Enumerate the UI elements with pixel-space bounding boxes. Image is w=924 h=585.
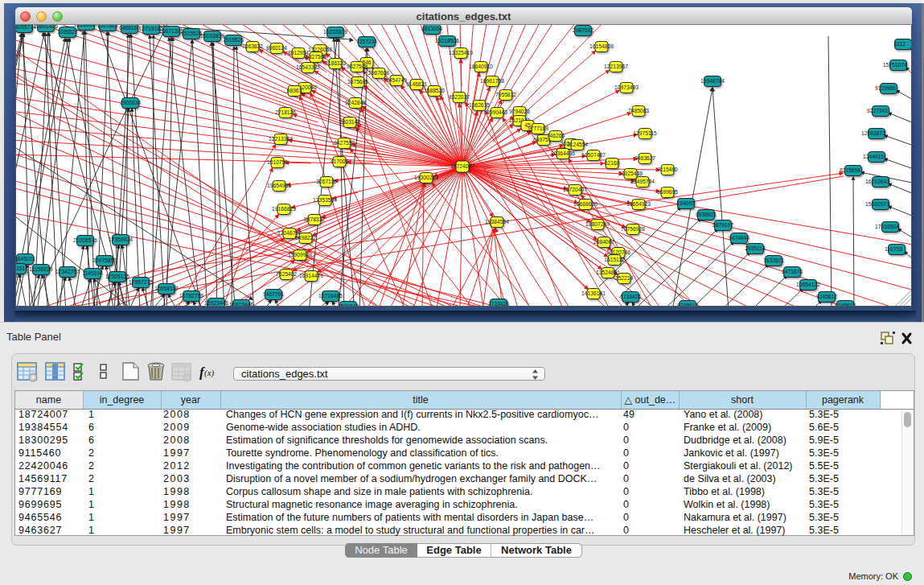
svg-text:13524851: 13524851 xyxy=(596,270,620,275)
svg-text:17359924: 17359924 xyxy=(109,237,133,242)
svg-text:13226058: 13226058 xyxy=(308,47,332,52)
svg-text:16914479: 16914479 xyxy=(299,273,323,278)
svg-text:1733426: 1733426 xyxy=(620,294,641,299)
svg-text:16923446: 16923446 xyxy=(229,302,253,307)
svg-text:2935114: 2935114 xyxy=(745,245,766,251)
svg-text:15716485: 15716485 xyxy=(318,293,343,299)
svg-text:1145194: 1145194 xyxy=(82,270,103,276)
svg-text:9463627: 9463627 xyxy=(634,155,655,161)
svg-text:18640910: 18640910 xyxy=(469,64,493,69)
svg-text:9245612: 9245612 xyxy=(816,294,837,299)
svg-text:16543382: 16543382 xyxy=(296,64,320,70)
svg-text:8471676: 8471676 xyxy=(782,269,803,274)
svg-text:1733426: 1733426 xyxy=(488,301,509,307)
svg-text:9245612: 9245612 xyxy=(835,303,856,307)
svg-text:16154808: 16154808 xyxy=(589,43,614,49)
svg-text:19166825: 19166825 xyxy=(272,206,296,212)
svg-text:11156829: 11156829 xyxy=(30,266,53,272)
svg-text:164095: 164095 xyxy=(677,200,696,206)
svg-text:8215958: 8215958 xyxy=(840,167,860,173)
svg-text:13353594: 13353594 xyxy=(313,197,337,203)
svg-text:9146821: 9146821 xyxy=(406,81,427,87)
svg-text:9327508: 9327508 xyxy=(347,64,368,69)
svg-text:3875685: 3875685 xyxy=(347,79,368,84)
svg-text:252214: 252214 xyxy=(615,275,634,281)
svg-text:1362615: 1362615 xyxy=(469,102,490,108)
svg-text:13325419: 13325419 xyxy=(449,50,473,56)
svg-text:16033809: 16033809 xyxy=(200,33,224,39)
svg-text:9242848: 9242848 xyxy=(345,100,366,105)
svg-text:7625402: 7625402 xyxy=(276,271,297,277)
svg-text:1112: 1112 xyxy=(894,41,906,47)
svg-text:9115460: 9115460 xyxy=(657,167,678,172)
svg-text:16648784: 16648784 xyxy=(700,78,725,84)
svg-text:15720407: 15720407 xyxy=(563,187,587,192)
svg-text:2905334: 2905334 xyxy=(120,100,141,105)
svg-text:7515526: 7515526 xyxy=(181,31,202,36)
svg-text:14136141: 14136141 xyxy=(581,290,606,296)
svg-text:18807249: 18807249 xyxy=(585,221,610,227)
svg-text:8845001: 8845001 xyxy=(16,256,35,262)
svg-text:16120746: 16120746 xyxy=(606,249,630,255)
svg-text:9777169: 9777169 xyxy=(528,126,548,131)
svg-text:18724007: 18724007 xyxy=(450,163,474,169)
svg-text:10507487: 10507487 xyxy=(581,152,606,158)
svg-text:20691406: 20691406 xyxy=(34,25,58,29)
svg-text:7663822: 7663822 xyxy=(242,43,263,49)
svg-text:39151: 39151 xyxy=(16,266,26,271)
svg-text:13654923: 13654923 xyxy=(626,201,651,207)
svg-text:2718126: 2718126 xyxy=(275,109,296,115)
svg-text:5498222: 5498222 xyxy=(295,235,316,241)
svg-text:9129966: 9129966 xyxy=(875,85,896,91)
svg-text:20206576: 20206576 xyxy=(73,237,97,243)
svg-text:16033809: 16033809 xyxy=(323,29,347,35)
svg-text:746266: 746266 xyxy=(547,133,565,138)
svg-text:15692971: 15692971 xyxy=(865,201,889,207)
svg-text:1588520: 1588520 xyxy=(424,88,445,93)
svg-text:7485063: 7485063 xyxy=(628,108,649,113)
svg-text:10654122: 10654122 xyxy=(796,282,820,287)
svg-text:9794028: 9794028 xyxy=(509,109,530,114)
svg-text:9457791: 9457791 xyxy=(263,291,284,297)
svg-text:6699695: 6699695 xyxy=(657,189,678,195)
svg-text:12213369: 12213369 xyxy=(269,136,293,142)
svg-text:3267110: 3267110 xyxy=(316,179,337,184)
svg-text:12342757: 12342757 xyxy=(55,269,80,274)
svg-text:10655267: 10655267 xyxy=(74,25,98,27)
svg-text:10688609: 10688609 xyxy=(573,201,598,207)
svg-text:9245612: 9245612 xyxy=(677,303,698,307)
svg-text:12213967: 12213967 xyxy=(604,64,628,69)
svg-text:6466160: 6466160 xyxy=(119,25,140,31)
svg-text:116753: 116753 xyxy=(885,246,902,252)
svg-text:8186323: 8186323 xyxy=(325,60,346,66)
svg-text:7632621: 7632621 xyxy=(763,257,784,263)
svg-text:15751074: 15751074 xyxy=(883,62,907,68)
svg-text:2803144: 2803144 xyxy=(339,119,360,125)
svg-text:9227343: 9227343 xyxy=(867,108,888,113)
svg-text:8960124: 8960124 xyxy=(266,45,287,51)
svg-text:19218506: 19218506 xyxy=(435,38,459,43)
svg-text:19654985: 19654985 xyxy=(267,183,291,188)
svg-text:16961758: 16961758 xyxy=(480,78,504,84)
svg-text:6879197: 6879197 xyxy=(713,222,733,228)
svg-text:7357234: 7357234 xyxy=(356,39,377,44)
svg-text:417006: 417006 xyxy=(331,159,349,164)
svg-text:15909948: 15909948 xyxy=(288,252,312,257)
svg-text:1244415: 1244415 xyxy=(863,154,884,159)
svg-text:12505135: 12505135 xyxy=(105,274,129,279)
svg-text:8813054: 8813054 xyxy=(421,26,442,31)
svg-text:19300273: 19300273 xyxy=(414,175,438,180)
svg-text:8427552: 8427552 xyxy=(334,140,355,146)
svg-text:8322037: 8322037 xyxy=(449,94,470,100)
svg-text:9474444: 9474444 xyxy=(729,235,749,241)
svg-text:1571648: 1571648 xyxy=(338,303,359,307)
svg-text:8990443: 8990443 xyxy=(487,109,507,115)
svg-text:12923446: 12923446 xyxy=(204,300,228,306)
svg-text:16671385: 16671385 xyxy=(159,28,183,34)
svg-text:98961: 98961 xyxy=(287,88,302,93)
svg-text:8938921: 8938921 xyxy=(696,212,717,217)
svg-text:12975115: 12975115 xyxy=(633,130,657,136)
svg-text:13495794: 13495794 xyxy=(630,179,655,184)
svg-text:1065527: 1065527 xyxy=(57,29,78,35)
svg-text:9327508: 9327508 xyxy=(306,54,326,60)
